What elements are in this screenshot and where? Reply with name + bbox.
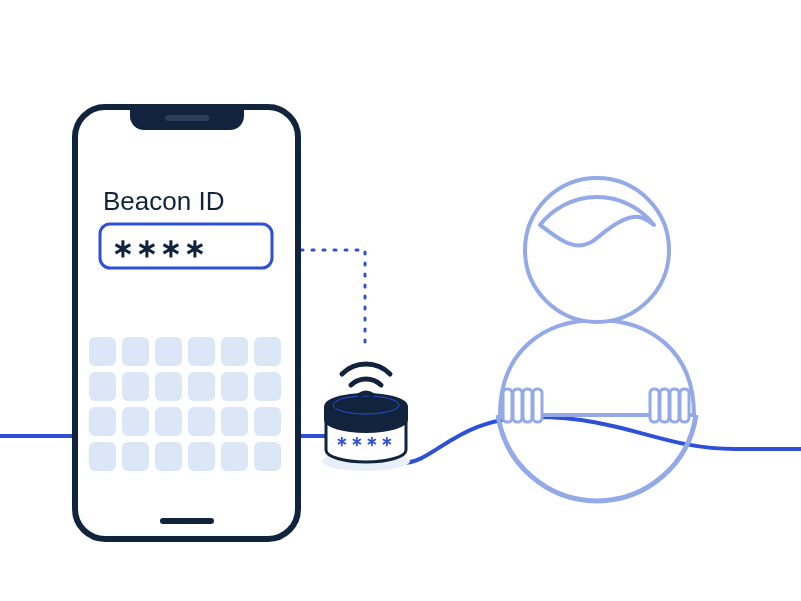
svg-rect-32 bbox=[254, 407, 281, 436]
svg-rect-29 bbox=[155, 407, 182, 436]
svg-rect-25 bbox=[221, 372, 248, 401]
beacon-device-icon: ∗∗∗∗ bbox=[324, 364, 408, 462]
svg-rect-28 bbox=[122, 407, 149, 436]
svg-rect-16 bbox=[122, 337, 149, 366]
svg-rect-5 bbox=[523, 389, 532, 422]
svg-rect-23 bbox=[155, 372, 182, 401]
svg-rect-12 bbox=[165, 115, 209, 121]
beacon-id-input-value: ∗∗∗∗ bbox=[112, 233, 208, 263]
svg-rect-35 bbox=[155, 442, 182, 471]
svg-rect-21 bbox=[89, 372, 116, 401]
svg-rect-22 bbox=[122, 372, 149, 401]
svg-rect-20 bbox=[254, 337, 281, 366]
svg-rect-33 bbox=[89, 442, 116, 471]
svg-rect-13 bbox=[160, 518, 214, 524]
svg-rect-34 bbox=[122, 442, 149, 471]
svg-rect-11 bbox=[75, 107, 298, 539]
input-label: Beacon ID bbox=[103, 186, 224, 216]
svg-rect-7 bbox=[650, 389, 659, 422]
connection-line-icon bbox=[290, 250, 365, 350]
svg-rect-31 bbox=[221, 407, 248, 436]
svg-rect-24 bbox=[188, 372, 215, 401]
svg-rect-30 bbox=[188, 407, 215, 436]
svg-rect-38 bbox=[254, 442, 281, 471]
svg-rect-3 bbox=[503, 389, 512, 422]
svg-rect-27 bbox=[89, 407, 116, 436]
svg-rect-6 bbox=[533, 389, 542, 422]
svg-rect-19 bbox=[221, 337, 248, 366]
svg-rect-17 bbox=[155, 337, 182, 366]
svg-rect-15 bbox=[89, 337, 116, 366]
svg-rect-10 bbox=[680, 389, 689, 422]
svg-rect-9 bbox=[670, 389, 679, 422]
svg-rect-8 bbox=[660, 389, 669, 422]
svg-point-1 bbox=[333, 396, 399, 414]
phone-icon: Beacon ID ∗∗∗∗ bbox=[75, 107, 298, 539]
driver-icon bbox=[498, 178, 696, 501]
svg-rect-4 bbox=[513, 389, 522, 422]
svg-rect-18 bbox=[188, 337, 215, 366]
signal-icon bbox=[342, 364, 390, 395]
beacon-display-value: ∗∗∗∗ bbox=[336, 433, 396, 449]
svg-rect-37 bbox=[221, 442, 248, 471]
svg-rect-26 bbox=[254, 372, 281, 401]
svg-rect-36 bbox=[188, 442, 215, 471]
diagram-canvas: ∗∗∗∗ bbox=[0, 0, 801, 601]
